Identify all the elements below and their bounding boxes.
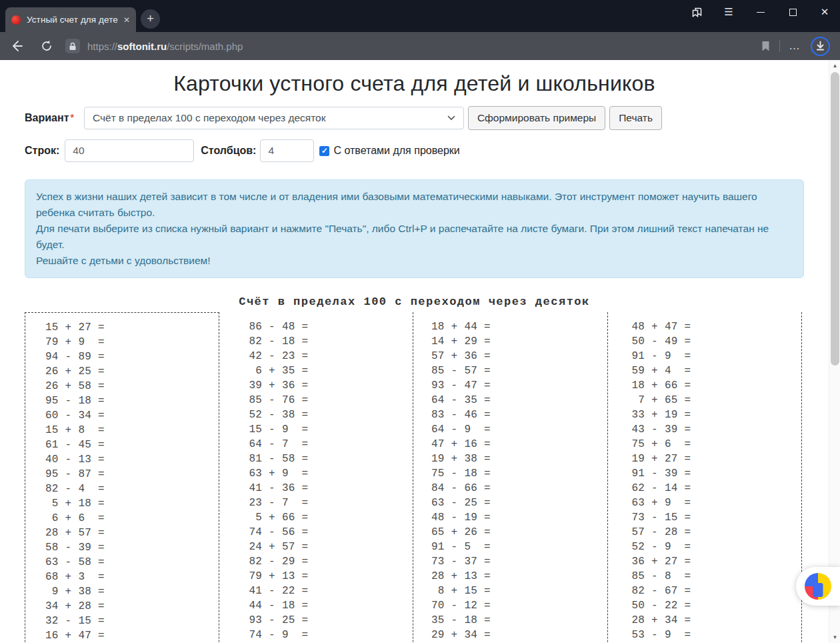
worksheet-column: 18 + 44 = 14 + 29 = 57 + 36 = 85 - 57 = … — [413, 312, 608, 643]
rows-input[interactable] — [65, 139, 194, 162]
math-problem: 64 - 9 = — [425, 422, 607, 437]
math-problem: 61 - 45 = — [39, 438, 219, 452]
variant-row: Вариант* Счёт в пределах 100 с переходом… — [25, 106, 829, 130]
maximize-button[interactable] — [787, 6, 799, 18]
minimize-button[interactable] — [755, 6, 767, 18]
math-problem: 52 - 9 = — [625, 540, 802, 554]
math-problem: 63 + 9 = — [625, 496, 802, 510]
browser-window: Устный счет для детей ✕ + ☰ ✕ — [0, 0, 840, 643]
math-problem: 82 - 18 = — [243, 334, 413, 349]
page-scrollbar[interactable]: ▲ ▼ — [829, 60, 840, 643]
math-problem: 60 - 34 = — [39, 408, 219, 423]
math-problem: 28 + 13 = — [425, 569, 607, 584]
tab-stack-icon[interactable] — [691, 6, 703, 18]
scroll-down-icon[interactable]: ▼ — [829, 632, 840, 643]
math-problem: 48 - 19 = — [425, 510, 607, 525]
info-paragraph: Успех в жизни наших детей зависит в том … — [36, 189, 793, 221]
math-problem: 79 + 9 = — [39, 335, 219, 350]
math-problem: 36 + 27 = — [625, 554, 802, 569]
math-problem: 64 - 35 = — [425, 393, 607, 408]
math-problem: 26 + 58 = — [39, 379, 219, 394]
math-problem: 85 - 76 = — [243, 393, 413, 408]
answers-checkbox[interactable]: ✓ — [319, 146, 329, 156]
web-page: Карточки устного счета для детей и школь… — [0, 60, 840, 643]
bookmark-icon[interactable] — [761, 41, 771, 52]
worksheet-title: Счёт в пределах 100 с переходом через де… — [0, 295, 829, 308]
floating-widget[interactable] — [796, 567, 840, 606]
close-button[interactable]: ✕ — [819, 6, 831, 18]
math-problem: 68 + 3 = — [39, 570, 219, 584]
worksheet-column: 86 - 48 = 82 - 18 = 42 - 23 = 6 + 35 = 3… — [219, 312, 414, 643]
math-problem: 82 - 29 = — [243, 554, 413, 569]
math-problem: 35 - 18 = — [425, 613, 607, 628]
math-problem: 75 - 18 = — [425, 466, 607, 481]
chevron-down-icon — [447, 115, 455, 121]
answers-checkbox-label: С ответами для проверки — [333, 145, 459, 157]
scroll-up-icon[interactable]: ▲ — [829, 60, 840, 71]
math-problem: 52 - 38 = — [243, 408, 413, 422]
math-problem: 34 + 28 = — [39, 599, 219, 614]
math-problem: 79 + 13 = — [243, 569, 413, 584]
scrollbar-thumb[interactable] — [831, 72, 839, 366]
math-problem: 75 + 6 = — [625, 437, 802, 452]
math-problem: 86 - 48 = — [243, 319, 413, 334]
reload-icon[interactable] — [40, 39, 53, 53]
widget-logo-icon — [805, 573, 831, 600]
math-problem: 82 - 67 = — [625, 584, 802, 598]
browser-tab[interactable]: Устный счет для детей ✕ — [5, 7, 136, 32]
math-problem: 93 - 47 = — [425, 378, 607, 393]
math-problem: 47 + 16 = — [425, 437, 607, 452]
math-problem: 57 + 36 = — [425, 349, 607, 364]
math-problem: 28 + 34 = — [625, 613, 802, 628]
variant-select[interactable]: Счёт в пределах 100 с переходом через де… — [84, 107, 464, 129]
math-problem: 5 + 66 = — [243, 510, 413, 525]
math-problem: 15 + 27 = — [39, 320, 219, 335]
math-problem: 91 - 5 = — [425, 540, 607, 554]
math-problem: 48 + 47 = — [625, 319, 802, 334]
math-problem: 53 - 9 = — [625, 628, 802, 642]
print-button[interactable]: Печать — [609, 106, 662, 130]
info-box: Успех в жизни наших детей зависит в том … — [25, 179, 804, 278]
lock-icon[interactable] — [65, 39, 80, 53]
math-problem: 83 - 46 = — [425, 408, 607, 422]
worksheet-column: 48 + 47 = 50 - 49 = 91 - 9 = 59 + 4 = 18… — [608, 312, 803, 643]
math-problem: 32 - 15 = — [39, 614, 219, 628]
math-problem: 63 - 25 = — [425, 496, 607, 510]
math-problem: 57 - 28 = — [625, 525, 802, 540]
math-problem: 18 + 44 = — [425, 319, 607, 334]
math-problem: 85 - 8 = — [625, 569, 802, 584]
math-problem: 59 + 4 = — [625, 364, 802, 378]
math-problem: 15 - 9 = — [243, 422, 413, 437]
new-tab-button[interactable]: + — [141, 9, 160, 29]
cols-input[interactable] — [260, 139, 314, 162]
worksheet-column: 15 + 27 = 79 + 9 = 94 - 89 = 26 + 25 = 2… — [25, 312, 219, 643]
math-problem: 9 + 38 = — [39, 584, 219, 599]
math-problem: 64 - 7 = — [243, 437, 413, 452]
math-problem: 94 - 89 = — [39, 350, 219, 364]
math-problem: 5 + 18 = — [39, 496, 219, 511]
download-icon[interactable] — [810, 36, 831, 57]
math-problem: 63 + 9 = — [243, 466, 413, 481]
menu-icon[interactable]: ☰ — [723, 6, 735, 18]
generate-button[interactable]: Сформировать примеры — [468, 106, 605, 130]
math-problem: 41 - 36 = — [243, 481, 413, 496]
math-problem: 6 + 35 = — [243, 364, 413, 378]
math-problem: 14 + 29 = — [425, 334, 607, 349]
math-problem: 84 - 66 = — [425, 481, 607, 496]
variant-selected-value: Счёт в пределах 100 с переходом через де… — [93, 112, 447, 124]
grid-settings-row: Строк: Столбцов: ✓ С ответами для провер… — [25, 139, 829, 163]
back-icon[interactable] — [9, 39, 24, 53]
math-problem: 16 + 47 = — [39, 628, 219, 643]
math-problem: 50 - 22 = — [625, 598, 802, 613]
math-problem: 19 + 38 = — [425, 452, 607, 466]
rows-label: Строк: — [25, 145, 59, 157]
variant-label: Вариант* — [25, 112, 74, 124]
math-problem: 43 - 39 = — [625, 422, 802, 437]
math-problem: 91 - 9 = — [625, 349, 802, 364]
address-bar[interactable]: https://softonit.ru/scripts/math.php — [87, 41, 243, 52]
tab-title: Устный счет для детей — [27, 15, 118, 25]
tab-close-icon[interactable]: ✕ — [123, 15, 130, 25]
more-options-icon[interactable]: … — [789, 39, 801, 53]
math-problem: 50 - 49 = — [625, 334, 802, 349]
math-problem: 7 + 65 = — [625, 393, 802, 408]
